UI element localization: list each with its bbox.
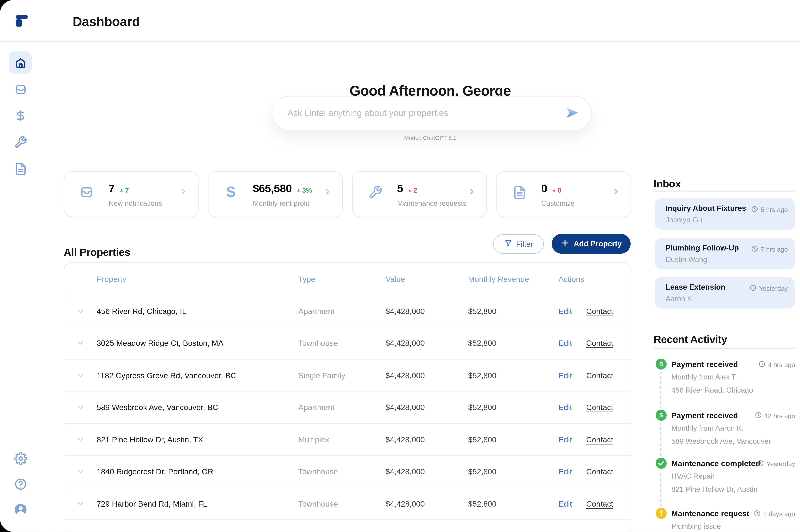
contact-link[interactable]: Contact [586,339,613,347]
chevron-down-icon[interactable] [76,499,85,508]
trend-up-icon: ▲ [552,188,556,192]
clock-icon [754,510,761,518]
all-properties-title: All Properties [64,246,130,258]
chevron-down-icon[interactable] [76,467,85,476]
col-type: Type [298,274,315,284]
mail-subject: Lease Extension [666,283,725,291]
sidebar-item-payments[interactable] [9,104,32,127]
chevron-down-icon[interactable] [76,402,85,412]
page-title: Dashboard [73,14,140,29]
property-address: 1840 Ridgecrest Dr, Portland, OR [97,467,214,476]
contact-link[interactable]: Contact [586,307,613,316]
property-address: 589 Wesbrook Ave, Vancouver, BC [97,403,218,412]
sidebar-item-settings[interactable] [9,447,32,470]
sidebar-item-account[interactable] [9,498,32,521]
logo-bar [16,15,28,19]
send-button[interactable] [564,106,580,121]
inbox-item[interactable]: Inquiry About Fixtures 5 hrs ago Jocelyn… [655,198,795,230]
recent-activity-title: Recent Activity [654,333,727,345]
property-value: $4,428,000 [386,531,425,532]
edit-link[interactable]: Edit [559,467,572,476]
trend-up-icon: ▲ [120,188,124,192]
activity-detail: 821 Pine Hollow Dr, Austin [671,485,758,493]
inbox-item[interactable]: Lease Extension Yesterday Aaron K. [655,277,795,308]
sidebar-item-documents[interactable] [9,157,32,180]
table-row[interactable]: 1840 Ridgecrest Dr, Portland, OR Townhou… [64,455,631,487]
property-revenue: $52,800 [468,435,496,444]
property-address: 3025 Meadow Ridge Ct, Boston, MA [97,339,223,347]
property-address: 456 River Rd, Chicago, IL [97,307,186,316]
clock-icon [757,460,764,468]
edit-link[interactable]: Edit [559,339,572,347]
property-type: Apartment [298,403,334,412]
chevron-right-icon [179,187,188,198]
edit-link[interactable]: Edit [559,307,572,316]
contact-link[interactable]: Contact [586,499,613,508]
sidebar-item-home[interactable] [9,51,32,74]
stat-card-customize[interactable]: 0 ▲0 Customize [496,171,631,217]
property-type: Townhouse [298,467,338,476]
properties-table: Property Type Value Monthly Revenue Acti… [64,262,631,532]
plus-icon [561,239,569,249]
property-revenue: $52,800 [468,307,496,316]
chevron-right-icon [323,187,332,198]
chevron-down-icon[interactable] [76,531,85,532]
gear-icon [14,452,27,465]
home-icon [14,56,27,69]
chevron-down-icon[interactable] [76,338,85,348]
wrench-icon [366,183,384,201]
add-property-button[interactable]: Add Property [552,234,631,254]
table-row[interactable]: 589 Wesbrook Ave, Vancouver, BC Apartmen… [64,391,631,423]
property-type: Multiplex [298,435,329,444]
col-actions: Actions [559,274,584,284]
property-revenue: $52,800 [468,403,496,412]
col-value: Value [386,274,405,284]
table-row[interactable]: 593 Lake Meadow Dr, Minneapolis, MN Apar… [64,519,631,532]
property-address: 593 Lake Meadow Dr, Minneapolis, MN [97,531,233,532]
activity-detail: Monthly from Alex T. [671,373,737,381]
inbox-divider [654,191,795,191]
property-value: $4,428,000 [386,467,425,476]
activity-title: Maintenance completed [671,459,760,468]
activity-detail: 456 River Road, Chicago [671,386,753,394]
contact-link[interactable]: Contact [586,403,613,412]
stat-delta: ▲7 [120,186,129,194]
stat-label: Customize [541,200,575,207]
edit-link[interactable]: Edit [559,403,572,412]
lintel-logo[interactable] [16,15,28,27]
sidebar-item-inbox[interactable] [9,78,32,101]
timeline-connector [660,365,661,518]
edit-link[interactable]: Edit [559,531,572,532]
inbox-item[interactable]: Plumbing Follow-Up 7 hrs ago Dustin Wang [655,238,795,269]
filter-button[interactable]: Filter [493,234,544,254]
activity-time: 4 hrs ago [759,361,795,369]
table-row[interactable]: 729 Harbor Bend Rd, Miami, FL Townhouse … [64,487,631,519]
sidebar-item-maintenance[interactable] [9,130,32,153]
contact-link[interactable]: Contact [586,435,613,444]
sidebar-item-help[interactable] [9,472,32,495]
chevron-down-icon[interactable] [76,306,85,316]
property-value: $4,428,000 [386,403,425,412]
inbox-tray-icon [14,83,27,96]
ai-search-input[interactable] [286,108,564,119]
col-revenue: Monthly Revenue [468,274,529,284]
stat-card-rent-profit[interactable]: $ $65,580 ▲3% Monthly rent profit [208,171,343,217]
table-row[interactable]: 821 Pine Hollow Dr, Austin, TX Multiplex… [64,423,631,455]
stat-value: 7 [109,182,115,195]
edit-link[interactable]: Edit [559,371,572,380]
chevron-down-icon[interactable] [76,370,85,380]
stat-card-maintenance[interactable]: 5 ▲2 Maintenance requests [352,171,487,217]
table-row[interactable]: 3025 Meadow Ridge Ct, Boston, MA Townhou… [64,327,631,359]
activity-time: 2 days ago [754,510,795,518]
edit-link[interactable]: Edit [559,499,572,508]
edit-link[interactable]: Edit [559,435,572,444]
table-row[interactable]: 1182 Cypress Grove Rd, Vancouver, BC Sin… [64,359,631,391]
contact-link[interactable]: Contact [586,371,613,380]
chevron-down-icon[interactable] [76,435,85,444]
contact-link[interactable]: Contact [586,531,613,532]
property-type: Apartment [298,531,334,532]
table-row[interactable]: 456 River Rd, Chicago, IL Apartment $4,4… [64,294,631,327]
contact-link[interactable]: Contact [586,467,613,476]
stat-delta: ▲3% [296,186,312,194]
stat-card-notifications[interactable]: 7 ▲7 New notifications [64,171,198,217]
